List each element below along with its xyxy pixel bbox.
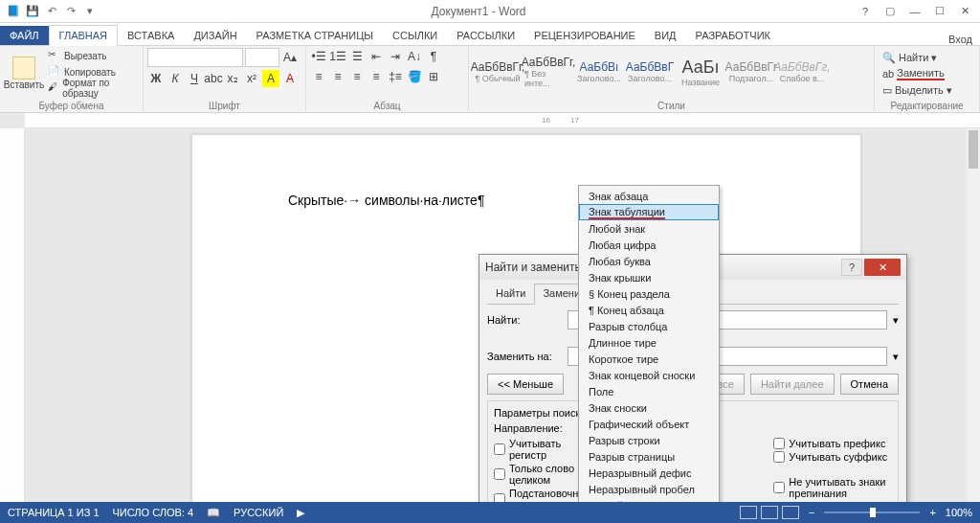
scroll-thumb[interactable] bbox=[969, 130, 978, 169]
ruler-vertical[interactable] bbox=[0, 128, 25, 502]
find-next-button[interactable]: Найти далее bbox=[750, 374, 835, 395]
dec-indent[interactable]: ⇤ bbox=[368, 48, 385, 65]
chk-punct[interactable]: Не учитывать знаки препинания bbox=[773, 476, 892, 499]
style-h2[interactable]: АаБбВвГЗаголово... bbox=[625, 48, 675, 96]
help-icon[interactable]: ? bbox=[854, 3, 877, 20]
sup-button[interactable]: x² bbox=[243, 70, 260, 87]
shading[interactable]: 🪣 bbox=[406, 68, 423, 85]
login-link[interactable]: Вход bbox=[948, 34, 980, 45]
chk-case[interactable]: Учитывать регистр bbox=[494, 438, 591, 461]
redo-icon[interactable]: ↷ bbox=[63, 4, 78, 19]
close-icon[interactable]: ✕ bbox=[953, 3, 976, 20]
undo-icon[interactable]: ↶ bbox=[44, 4, 59, 19]
numbering-button[interactable]: 1☰ bbox=[329, 48, 346, 65]
replace-dropdown-icon[interactable]: ▾ bbox=[893, 351, 899, 363]
dd-item-16[interactable]: Разрыв страницы bbox=[579, 448, 719, 465]
cut-button[interactable]: ✂Вырезать bbox=[46, 48, 139, 63]
styles-gallery[interactable]: АаБбВвГг,¶ Обычный АаБбВвГг,¶ Без инте..… bbox=[473, 48, 870, 96]
dd-item-15[interactable]: Разрыв строки bbox=[579, 432, 719, 448]
status-macro-icon[interactable]: ▶ bbox=[297, 507, 304, 519]
tab-mailings[interactable]: РАССЫЛКИ bbox=[447, 26, 524, 45]
font-combo[interactable] bbox=[147, 48, 243, 67]
dd-item-10[interactable]: Короткое тире bbox=[579, 351, 719, 367]
replace-button[interactable]: abЗаменить bbox=[882, 66, 971, 81]
style-h1[interactable]: АаБбВıЗаголово... bbox=[574, 48, 624, 96]
tab-developer[interactable]: РАЗРАБОТЧИК bbox=[686, 26, 780, 45]
dd-item-13[interactable]: Знак сноски bbox=[579, 399, 719, 416]
tab-design[interactable]: ДИЗАЙН bbox=[184, 26, 246, 45]
dd-item-14[interactable]: Графический объект bbox=[579, 416, 719, 432]
dd-item-3[interactable]: Любая цифра bbox=[579, 237, 719, 253]
ribbon-options-icon[interactable]: ▢ bbox=[879, 3, 902, 20]
view-print-icon[interactable] bbox=[761, 506, 778, 519]
tab-file[interactable]: ФАЙЛ bbox=[0, 26, 49, 45]
ruler-horizontal[interactable]: 16 17 bbox=[25, 113, 980, 128]
grow-font[interactable]: A▴ bbox=[281, 49, 299, 66]
bullets-button[interactable]: •☰ bbox=[310, 48, 327, 65]
save-icon[interactable]: 💾 bbox=[25, 4, 40, 19]
document-text[interactable]: Скрытые·→ символы·на·листе¶ bbox=[288, 193, 484, 208]
status-page[interactable]: СТРАНИЦА 1 ИЗ 1 bbox=[8, 507, 100, 518]
dd-item-12[interactable]: Поле bbox=[579, 383, 719, 399]
underline-button[interactable]: Ч bbox=[186, 70, 203, 87]
line-spacing[interactable]: ‡≡ bbox=[387, 68, 404, 85]
view-web-icon[interactable] bbox=[782, 506, 799, 519]
select-button[interactable]: ▭Выделить ▾ bbox=[882, 82, 971, 98]
dd-item-6[interactable]: § Конец раздела bbox=[579, 285, 719, 302]
dialog-help-icon[interactable]: ? bbox=[841, 259, 862, 276]
tab-view[interactable]: ВИД bbox=[645, 26, 686, 45]
scrollbar-vertical[interactable] bbox=[967, 128, 980, 502]
paste-button[interactable]: Вставить bbox=[4, 48, 44, 98]
align-right[interactable]: ≡ bbox=[348, 68, 366, 85]
size-combo[interactable] bbox=[245, 48, 279, 67]
align-left[interactable]: ≡ bbox=[310, 68, 327, 85]
style-subtitle[interactable]: АаБбВвГгПодзагол... bbox=[726, 48, 776, 96]
zoom-out-icon[interactable]: − bbox=[809, 507, 814, 518]
less-button[interactable]: << Меньше bbox=[487, 374, 564, 395]
tab-layout[interactable]: РАЗМЕТКА СТРАНИЦЫ bbox=[247, 26, 383, 45]
qat-more-icon[interactable]: ▾ bbox=[82, 4, 98, 19]
format-painter-button[interactable]: 🖌Формат по образцу bbox=[46, 80, 139, 96]
style-normal[interactable]: АаБбВвГг,¶ Обычный bbox=[473, 48, 523, 96]
dd-item-11[interactable]: Знак концевой сноски bbox=[579, 367, 719, 383]
chk-prefix[interactable]: Учитывать префикс bbox=[773, 438, 892, 449]
italic-button[interactable]: К bbox=[167, 70, 184, 87]
dd-item-1[interactable]: Знак табуляции bbox=[579, 204, 719, 220]
dd-item-5[interactable]: Знак крышки bbox=[579, 269, 719, 285]
sub-button[interactable]: x₂ bbox=[224, 70, 241, 87]
multilevel-button[interactable]: ☰ bbox=[348, 48, 366, 65]
dd-item-7[interactable]: ¶ Конец абзаца bbox=[579, 302, 719, 318]
dd-item-19[interactable]: Мягкий перенос bbox=[579, 497, 719, 502]
cancel-button[interactable]: Отмена bbox=[840, 374, 899, 395]
status-lang[interactable]: РУССКИЙ bbox=[234, 507, 283, 518]
tab-insert[interactable]: ВСТАВКА bbox=[118, 26, 184, 45]
sort-button[interactable]: A↓ bbox=[406, 48, 423, 65]
bold-button[interactable]: Ж bbox=[147, 70, 165, 87]
font-color-button[interactable]: A bbox=[281, 70, 299, 87]
align-center[interactable]: ≡ bbox=[329, 68, 346, 85]
find-dropdown-icon[interactable]: ▾ bbox=[893, 314, 899, 327]
dd-item-9[interactable]: Длинное тире bbox=[579, 334, 719, 351]
style-emphasis[interactable]: АаБбВвГг,Слабое в... bbox=[777, 48, 827, 96]
status-proof-icon[interactable]: 📖 bbox=[207, 507, 220, 519]
tab-review[interactable]: РЕЦЕНЗИРОВАНИЕ bbox=[524, 26, 645, 45]
dd-item-8[interactable]: Разрыв столбца bbox=[579, 318, 719, 334]
zoom-value[interactable]: 100% bbox=[946, 507, 972, 518]
zoom-in-icon[interactable]: + bbox=[929, 507, 935, 518]
highlight-button[interactable]: A bbox=[262, 70, 279, 87]
dd-item-4[interactable]: Любая буква bbox=[579, 253, 719, 269]
find-button[interactable]: 🔍Найти ▾ bbox=[882, 50, 971, 65]
show-marks[interactable]: ¶ bbox=[425, 48, 442, 65]
dialog-close-icon[interactable]: ✕ bbox=[864, 259, 901, 276]
minimize-icon[interactable]: — bbox=[903, 3, 926, 20]
dd-item-18[interactable]: Неразрывный пробел bbox=[579, 481, 719, 497]
status-words[interactable]: ЧИСЛО СЛОВ: 4 bbox=[113, 507, 194, 518]
dd-item-2[interactable]: Любой знак bbox=[579, 220, 719, 237]
strike-button[interactable]: abc bbox=[205, 70, 222, 87]
maximize-icon[interactable]: ☐ bbox=[928, 3, 951, 20]
zoom-slider[interactable] bbox=[824, 512, 920, 513]
dd-item-0[interactable]: Знак абзаца bbox=[579, 188, 719, 204]
view-read-icon[interactable] bbox=[740, 506, 757, 519]
chk-whole[interactable]: Только слово целиком bbox=[494, 463, 591, 486]
chk-suffix[interactable]: Учитывать суффикс bbox=[773, 451, 892, 463]
